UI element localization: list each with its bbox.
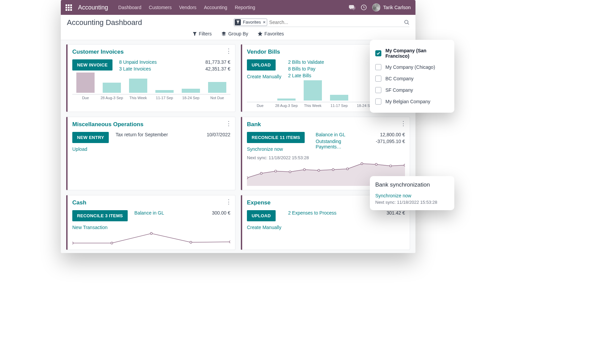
checkbox-icon: [375, 64, 381, 70]
activity-clock-icon[interactable]: [361, 4, 367, 10]
groupby-button[interactable]: Group By: [221, 31, 248, 36]
company-option[interactable]: My Belgian Company: [375, 96, 446, 107]
outstanding-payments-link[interactable]: Outstanding Payments…: [316, 139, 361, 149]
tax-return-label: Tax return for September: [116, 132, 186, 137]
next-sync-text: Next sync: 11/18/2022 15:53:28: [247, 155, 309, 160]
svg-point-18: [229, 241, 230, 243]
filters-button[interactable]: Filters: [193, 31, 212, 36]
svg-point-7: [318, 169, 320, 171]
balance-gl-amount: 12,800.00 €: [368, 132, 405, 137]
card-menu-icon[interactable]: ⋮: [226, 48, 232, 54]
funnel-icon: [235, 19, 241, 25]
card-title[interactable]: Miscellaneous Operations: [72, 121, 230, 128]
popover-next-sync: Next sync: 11/18/2022 15:53:28: [375, 200, 446, 205]
checkbox-icon: [375, 87, 381, 93]
nav-accounting[interactable]: Accounting: [204, 5, 227, 10]
card-cash: ⋮ Cash RECONCILE 3 ITEMS New Transaction…: [66, 195, 235, 250]
popover-synchronize-link[interactable]: Synchronize now: [375, 193, 446, 198]
svg-point-4: [275, 170, 277, 172]
expense-amount: 301.42 €: [368, 210, 405, 216]
cash-balance-amount: 300.00 €: [193, 210, 230, 216]
search-bar[interactable]: Favorites ×: [234, 19, 409, 27]
navbar: Accounting Dashboard Customers Vendors A…: [61, 0, 415, 15]
company-switcher-popover: My Company (San Francisco)My Company (Ch…: [370, 40, 454, 113]
favorites-button[interactable]: Favorites: [258, 31, 284, 36]
control-panel: Accounting Dashboard Favorites ×: [61, 15, 415, 40]
upload-expense-button[interactable]: UPLOAD: [247, 210, 276, 221]
card-customer-invoices: ⋮ Customer Invoices NEW INVOICE 8 Unpaid…: [66, 44, 235, 112]
card-menu-icon[interactable]: ⋮: [226, 120, 232, 127]
company-label: My Company (Chicago): [385, 64, 435, 70]
customer-invoices-chart: Due28 Aug-3 SepThis Week11-17 Sep18-24 S…: [72, 76, 230, 100]
card-title[interactable]: Bank: [247, 121, 405, 128]
upload-entry-link[interactable]: Upload: [72, 146, 87, 152]
create-bill-manually-link[interactable]: Create Manually: [247, 74, 281, 79]
card-menu-icon[interactable]: ⋮: [226, 199, 232, 205]
bills-to-pay-link[interactable]: 8 Bills to Pay: [288, 66, 361, 72]
facet-label: Favorites: [243, 20, 261, 25]
late-invoices-link[interactable]: 3 Late Invoices: [119, 66, 186, 72]
create-expense-manually-link[interactable]: Create Manually: [247, 225, 281, 230]
apps-icon[interactable]: [66, 4, 72, 11]
balance-gl-link[interactable]: Balance in GL: [316, 132, 361, 137]
company-option[interactable]: SF Company: [375, 84, 446, 96]
nav-dashboard[interactable]: Dashboard: [118, 5, 142, 10]
search-icon[interactable]: [404, 20, 409, 25]
bank-sync-popover: Bank synchronization Synchronize now Nex…: [370, 176, 454, 210]
card-title[interactable]: Cash: [72, 199, 230, 206]
user-menu[interactable]: Tarik Carlson: [372, 3, 411, 11]
svg-point-10: [361, 163, 363, 165]
facet-remove-icon[interactable]: ×: [263, 20, 265, 25]
svg-point-8: [332, 169, 334, 171]
svg-point-12: [390, 165, 392, 167]
svg-point-2: [247, 177, 248, 179]
search-input[interactable]: [269, 20, 402, 25]
nav-customers[interactable]: Customers: [149, 5, 172, 10]
company-option[interactable]: My Company (San Francisco): [375, 45, 446, 61]
page-title: Accounting Dashboard: [67, 18, 142, 27]
svg-point-14: [72, 242, 73, 244]
svg-point-16: [150, 232, 152, 234]
new-invoice-button[interactable]: NEW INVOICE: [72, 59, 112, 71]
popover-title: Bank synchronization: [375, 181, 446, 188]
new-entry-button[interactable]: NEW ENTRY: [72, 132, 109, 143]
svg-point-13: [404, 164, 405, 166]
reconcile-bank-button[interactable]: RECONCILE 11 ITEMS: [247, 132, 305, 143]
svg-point-1: [405, 20, 408, 24]
unpaid-invoices-link[interactable]: 8 Unpaid Invoices: [119, 59, 186, 65]
search-facet-favorites[interactable]: Favorites ×: [234, 19, 267, 26]
checkbox-icon: [375, 76, 381, 82]
user-name: Tarik Carlson: [383, 5, 411, 10]
checkbox-icon: [375, 50, 381, 56]
nav-reporting[interactable]: Reporting: [235, 5, 255, 10]
checkbox-icon: [375, 99, 381, 105]
app-brand[interactable]: Accounting: [78, 4, 108, 11]
expenses-to-process-link[interactable]: 2 Expenses to Process: [288, 210, 361, 216]
company-label: SF Company: [385, 87, 413, 93]
svg-point-15: [111, 242, 113, 244]
nav-vendors[interactable]: Vendors: [179, 5, 196, 10]
nav-links: Dashboard Customers Vendors Accounting R…: [118, 5, 255, 10]
reconcile-cash-button[interactable]: RECONCILE 3 ITEMS: [72, 210, 128, 221]
tax-return-date: 10/07/2022: [193, 132, 230, 137]
new-transaction-link[interactable]: New Transaction: [72, 225, 107, 230]
synchronize-now-link[interactable]: Synchronize now: [247, 146, 283, 152]
messaging-icon[interactable]: [349, 4, 355, 10]
upload-bill-button[interactable]: UPLOAD: [247, 59, 276, 71]
card-title[interactable]: Customer Invoices: [72, 49, 230, 55]
svg-point-3: [260, 172, 262, 174]
unpaid-amount: 81,773.37 €: [193, 59, 230, 65]
svg-point-17: [190, 241, 192, 243]
outstanding-amount: -371,095.10 €: [368, 139, 405, 144]
company-label: My Belgian Company: [385, 99, 430, 104]
company-option[interactable]: My Company (Chicago): [375, 61, 446, 73]
kanban: ⋮ Customer Invoices NEW INVOICE 8 Unpaid…: [61, 40, 415, 253]
late-bills-link[interactable]: 2 Late Bills: [288, 73, 361, 78]
bills-to-validate-link[interactable]: 2 Bills to Validate: [288, 59, 361, 65]
cash-balance-gl-link[interactable]: Balance in GL: [134, 210, 186, 216]
svg-point-11: [375, 163, 377, 165]
company-option[interactable]: BC Company: [375, 73, 446, 84]
company-label: My Company (San Francisco): [385, 48, 446, 59]
card-menu-icon[interactable]: ⋮: [400, 120, 406, 127]
svg-point-5: [289, 171, 291, 173]
